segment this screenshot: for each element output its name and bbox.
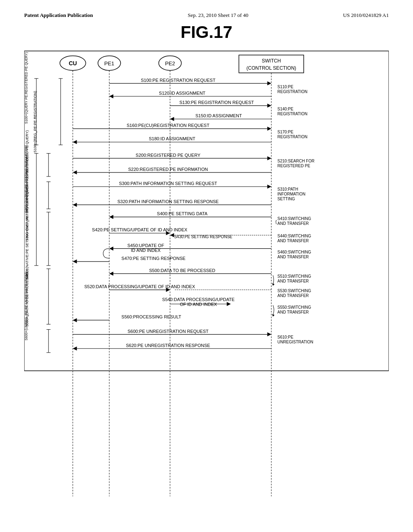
svg-text:S400+(NATIVE:PE SETTING PARAME: S400+(NATIVE:PE SETTING PARAMETER) bbox=[25, 207, 29, 279]
svg-text:S220:REGISTERED PE INFORMATION: S220:REGISTERED PE INFORMATION bbox=[128, 167, 208, 172]
svg-marker-120 bbox=[267, 332, 271, 337]
svg-marker-30 bbox=[267, 127, 271, 131]
svg-text:AND TRANSFER: AND TRANSFER bbox=[277, 279, 309, 283]
svg-text:AND TRANSFER: AND TRANSFER bbox=[277, 239, 309, 243]
svg-text:PE1: PE1 bbox=[104, 60, 115, 66]
diagram-svg: CU PE1 PE2 SWITCH (CONTROL SECTION) S100… bbox=[24, 50, 389, 509]
svg-text:S440:SWITCHING: S440:SWITCHING bbox=[277, 234, 311, 238]
svg-marker-35 bbox=[73, 140, 77, 144]
svg-text:S200:REGISTERED PE QUERY: S200:REGISTERED PE QUERY bbox=[136, 153, 200, 158]
svg-text:AND TRANSFER: AND TRANSFER bbox=[277, 255, 309, 259]
svg-rect-139 bbox=[24, 51, 389, 371]
svg-text:S400:PE SETTING DATA: S400:PE SETTING DATA bbox=[157, 211, 208, 216]
header-left: Patent Application Publication bbox=[24, 12, 93, 19]
svg-text:{: { bbox=[275, 220, 277, 224]
svg-text:SETTING: SETTING bbox=[277, 197, 295, 201]
svg-text:S110:PE: S110:PE bbox=[277, 85, 294, 89]
svg-text:S550:SWITCHING: S550:SWITCHING bbox=[277, 305, 311, 310]
svg-text:S100+(QUERY PE:REGISTERED PE Q: S100+(QUERY PE:REGISTERED PE QUERY) bbox=[24, 52, 28, 124]
svg-text:S300:PATH INFORMATION SETTING : S300:PATH INFORMATION SETTING REQUEST bbox=[119, 181, 217, 186]
svg-marker-54 bbox=[267, 185, 271, 189]
svg-text:S200+(NATIVE:PE SETTING PARAME: S200+(NATIVE:PE SETTING PARAMETER) bbox=[24, 145, 28, 213]
diagram: CU PE1 PE2 SWITCH (CONTROL SECTION) S100… bbox=[24, 50, 389, 509]
svg-marker-19 bbox=[109, 94, 113, 98]
header-right: US 2010/0241829 A1 bbox=[343, 12, 389, 19]
svg-text:UNREGISTRATION: UNREGISTRATION bbox=[277, 340, 313, 344]
page: Patent Application Publication Sep. 23, … bbox=[0, 0, 413, 532]
svg-text:S210:SEARCH FOR: S210:SEARCH FOR bbox=[277, 159, 315, 163]
svg-marker-125 bbox=[73, 347, 77, 351]
svg-text:S410:SWITCHING: S410:SWITCHING bbox=[277, 216, 311, 221]
svg-marker-106 bbox=[227, 302, 231, 306]
svg-text:S620:PE UNREGISTRATION RESPONS: S620:PE UNREGISTRATION RESPONSE bbox=[126, 343, 210, 348]
svg-text:S470:PE SETTING RESPONSE: S470:PE SETTING RESPONSE bbox=[121, 256, 186, 261]
svg-text:OF ID AND INDEX: OF ID AND INDEX bbox=[180, 302, 217, 307]
svg-marker-94 bbox=[109, 272, 113, 276]
svg-marker-98 bbox=[272, 283, 275, 286]
svg-text:CU: CU bbox=[69, 60, 77, 66]
svg-text:S100:PE REGISTRATION REQUEST: S100:PE REGISTRATION REQUEST bbox=[141, 78, 215, 83]
svg-text:(CONTROL SECTION): (CONTROL SECTION) bbox=[246, 65, 296, 71]
svg-marker-14 bbox=[267, 81, 271, 85]
svg-text:S510:SWITCHING: S510:SWITCHING bbox=[277, 274, 311, 278]
svg-text:AND TRANSFER: AND TRANSFER bbox=[277, 310, 309, 314]
svg-marker-81 bbox=[109, 247, 113, 251]
svg-marker-67 bbox=[109, 215, 113, 219]
svg-text:SWITCH: SWITCH bbox=[262, 58, 281, 64]
svg-text:REGISTRATION: REGISTRATION bbox=[277, 89, 308, 94]
svg-text:S520:DATA PROCESSING/UPDATE OF: S520:DATA PROCESSING/UPDATE OF ID AND IN… bbox=[84, 284, 195, 289]
svg-text:S500:DATA TO BE PROCESSED: S500:DATA TO BE PROCESSED bbox=[149, 268, 215, 273]
svg-text:ID AND INDEX: ID AND INDEX bbox=[131, 248, 161, 253]
svg-text:AND TRANSFER: AND TRANSFER bbox=[277, 293, 309, 298]
svg-text:S560:PROCESSING RESULT: S560:PROCESSING RESULT bbox=[121, 314, 181, 319]
svg-marker-87 bbox=[73, 260, 77, 264]
svg-text:S130:PE REGISTRATION REQUEST: S130:PE REGISTRATION REQUEST bbox=[179, 100, 254, 105]
svg-text:S600+(UNREG_PE:PE UNREGISTRATI: S600+(UNREG_PE:PE UNREGISTRATION) bbox=[24, 272, 28, 340]
svg-text:REGISTRATION: REGISTRATION bbox=[277, 112, 308, 116]
svg-text:S530:SWITCHING: S530:SWITCHING bbox=[277, 289, 311, 293]
svg-text:S600:PE UNREGISTRATION REQUEST: S600:PE UNREGISTRATION REQUEST bbox=[127, 329, 209, 334]
svg-marker-60 bbox=[73, 203, 77, 207]
svg-text:S140:PE: S140:PE bbox=[277, 107, 294, 111]
svg-marker-111 bbox=[272, 314, 275, 316]
svg-text:S160:PE(CU)REGISTRATION REQUES: S160:PE(CU)REGISTRATION REQUEST bbox=[127, 123, 209, 128]
header-center: Sep. 23, 2010 Sheet 17 of 40 bbox=[188, 12, 248, 19]
svg-text:S320:PATH INFORMATION SETTING : S320:PATH INFORMATION SETTING RESPONSE bbox=[117, 199, 219, 204]
svg-text:REGISTRATION: REGISTRATION bbox=[277, 135, 308, 139]
svg-text:S460:SWITCHING: S460:SWITCHING bbox=[277, 250, 311, 254]
svg-text:S170:PE: S170:PE bbox=[277, 130, 294, 134]
svg-text:S450:UPDATE OF: S450:UPDATE OF bbox=[127, 243, 164, 248]
svg-marker-42 bbox=[267, 156, 271, 160]
svg-marker-27 bbox=[170, 117, 174, 121]
svg-text:S610:PE: S610:PE bbox=[277, 335, 294, 339]
figure-title: FIG.17 bbox=[24, 23, 389, 42]
svg-marker-22 bbox=[267, 104, 271, 108]
svg-marker-79 bbox=[170, 233, 174, 237]
svg-marker-47 bbox=[73, 170, 77, 175]
svg-marker-113 bbox=[73, 318, 77, 322]
svg-text:AND TRANSFER: AND TRANSFER bbox=[277, 221, 309, 226]
svg-text:INFORMATION: INFORMATION bbox=[277, 192, 305, 196]
svg-text:PE2: PE2 bbox=[165, 60, 175, 66]
svg-text:S540:DATA PROCESSING/UPDATE: S540:DATA PROCESSING/UPDATE bbox=[162, 297, 235, 302]
svg-text:S310:PATH: S310:PATH bbox=[277, 187, 298, 191]
svg-text:S420:PE SETTING/UPDATE OF ID A: S420:PE SETTING/UPDATE OF ID AND INDEX bbox=[92, 227, 188, 232]
svg-text:S150:ID ASSIGNMENT: S150:ID ASSIGNMENT bbox=[196, 113, 242, 118]
page-header: Patent Application Publication Sep. 23, … bbox=[24, 12, 389, 19]
svg-text:REGISTERED PE: REGISTERED PE bbox=[277, 164, 311, 168]
svg-text:S180:ID ASSIGNMENT: S180:ID ASSIGNMENT bbox=[149, 136, 196, 141]
svg-text:S120:ID ASSIGNMENT: S120:ID ASSIGNMENT bbox=[159, 91, 206, 96]
